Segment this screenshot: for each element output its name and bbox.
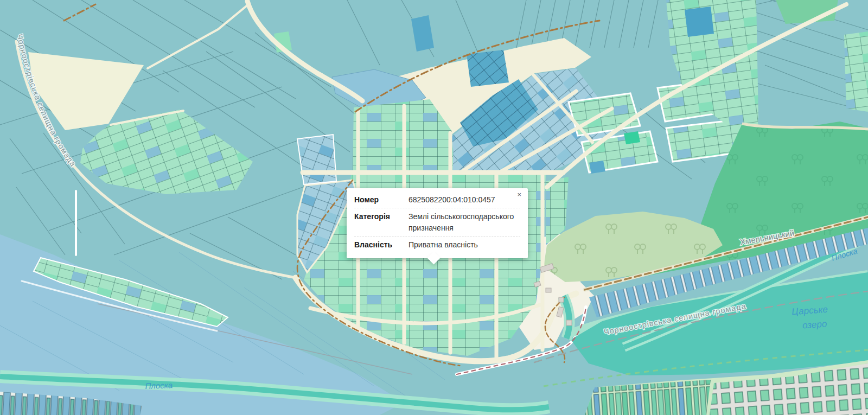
popup-row-ownership: Власність Приватна власність <box>354 236 520 253</box>
map[interactable]: Чорноострівська селищна громада Чорноост… <box>0 0 868 415</box>
popup-row-number: Номер 6825082200:04:010:0457 <box>354 191 520 208</box>
popup-value-category: Землі сільськогосподарського призначення <box>409 211 520 233</box>
popup-label-number: Номер <box>354 194 404 205</box>
river-name-label-left: Плоска <box>145 380 173 391</box>
popup-label-ownership: Власність <box>354 239 404 250</box>
close-icon[interactable]: × <box>515 189 523 200</box>
parcel-info-popup: × Номер 6825082200:04:010:0457 Категорія… <box>347 188 528 258</box>
popup-value-ownership: Приватна власність <box>409 239 520 250</box>
popup-label-category: Категорія <box>354 211 404 233</box>
popup-row-category: Категорія Землі сільськогосподарського п… <box>354 208 520 236</box>
lake-name-line2: озеро <box>802 318 827 330</box>
popup-value-number: 6825082200:04:010:0457 <box>409 194 520 205</box>
